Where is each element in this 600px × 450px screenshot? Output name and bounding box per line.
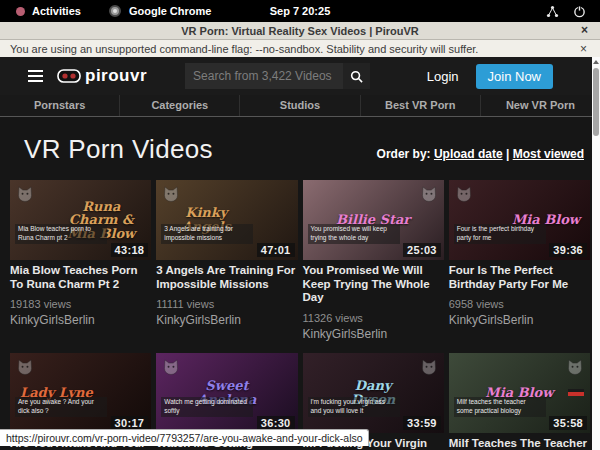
scrollbar-up-arrow-icon[interactable] [593,60,599,64]
video-duration-badge: 25:03 [403,243,441,257]
thumbnail-caption: 3 Angels are training for impossible mis… [161,224,253,244]
main-nav: PornstarsCategoriesStudiosBest VR PornNe… [0,95,600,117]
scrollbar-thumb[interactable] [593,68,599,136]
search-button[interactable] [343,63,370,89]
video-thumbnail[interactable]: Mia Blow Four is the perfect birthday pa… [449,180,590,260]
search-input[interactable] [185,63,343,89]
video-card: Mia Blow Four is the perfect birthday pa… [449,180,590,342]
video-card: Runa Charm & Mia Blow Mia Blow teaches p… [10,180,151,342]
clock[interactable]: Sep 7 20:25 [0,5,600,17]
video-studio-link[interactable]: KinkyGirlsBerlin [449,313,534,327]
login-link[interactable]: Login [427,69,459,84]
order-most-viewed-link[interactable]: Most viewed [513,147,584,161]
video-views: 11111 views [156,298,297,310]
nav-item-categories[interactable]: Categories [119,95,239,116]
hamburger-menu-icon[interactable] [28,70,43,82]
search-box [185,63,370,89]
search-icon [350,70,363,83]
video-card: Mia Blow Milf teaches the teacher some p… [449,353,590,450]
page-head: VR Porn Videos Order by: Upload date | M… [0,117,600,180]
video-title[interactable]: Mia Blow Teaches Porn To Runa Charm Pt 2 [10,264,151,291]
thumbnail-caption: Watch me getting dominated softly [161,397,253,417]
video-title[interactable]: Four Is The Perfect Birthday Party For M… [449,264,590,291]
video-views: 19183 views [10,298,151,310]
site-logo-text: pirouvr [85,66,147,86]
window-title: VR Porn: Virtual Reality Sex Videos | Pi… [181,25,418,37]
vr-headset-logo-icon [57,69,81,83]
video-thumbnail[interactable]: Sweet Analena Watch me getting dominated… [156,353,297,433]
infobar-message: You are using an unsupported command-lin… [10,43,478,55]
thumbnail-caption: I'm fucking your virgin ass and you will… [308,397,400,417]
video-thumbnail[interactable]: Lady Lyne Are you awake ? And your dick … [10,353,151,433]
page-title: VR Porn Videos [24,134,213,165]
video-views: 11326 views [303,312,444,324]
german-flag-icon [568,389,584,400]
order-upload-date-link[interactable]: Upload date [434,147,503,161]
video-thumbnail[interactable]: Dany Dyson I'm fucking your virgin ass a… [303,353,444,433]
video-thumbnail[interactable]: Billie Star You promised we will keep tr… [303,180,444,260]
network-icon[interactable] [546,5,559,18]
nav-item-studios[interactable]: Studios [239,95,359,116]
video-views: 6958 views [449,298,590,310]
thumbnail-caption: You promised we will keep trying the who… [308,224,400,244]
video-title[interactable]: You Promised We Will Keep Trying The Who… [303,264,444,305]
video-thumbnail[interactable]: Mia Blow Milf teaches the teacher some p… [449,353,590,433]
nav-item-new-vr-porn[interactable]: New VR Porn [480,95,600,116]
video-studio-link[interactable]: KinkyGirlsBerlin [10,313,95,327]
window-close-icon[interactable]: × [581,22,588,40]
video-thumbnail[interactable]: Kinky Angels 3 Angels are training for i… [156,180,297,260]
video-duration-badge: 39:36 [549,243,587,257]
video-grid: Runa Charm & Mia Blow Mia Blow teaches p… [10,180,590,450]
site-header: pirouvr Login Join Now [0,57,600,95]
system-top-bar: Activities Google Chrome Sep 7 20:25 [0,0,600,22]
scrollbar[interactable] [592,57,600,450]
thumbnail-caption: Four is the perfect birthday party for m… [454,224,546,244]
chrome-infobar: You are using an unsupported command-lin… [0,40,600,57]
video-duration-badge: 35:58 [549,416,587,430]
thumbnail-caption: Milf teaches the teacher some practical … [454,397,546,417]
power-icon[interactable] [573,5,586,18]
video-studio-link[interactable]: KinkyGirlsBerlin [156,313,241,327]
site-logo[interactable]: pirouvr [57,66,147,86]
nav-item-pornstars[interactable]: Pornstars [0,95,119,116]
join-now-button[interactable]: Join Now [476,64,553,89]
video-duration-badge: 47:01 [257,243,295,257]
status-url-bubble: https://pirouvr.com/vr-porn-video/779325… [0,429,369,446]
video-thumbnail[interactable]: Runa Charm & Mia Blow Mia Blow teaches p… [10,180,151,260]
thumbnail-caption: Are you awake ? And your dick also ? [15,397,107,417]
video-duration-badge: 36:30 [257,416,295,430]
video-duration-badge: 30:17 [111,416,149,430]
nav-item-best-vr-porn[interactable]: Best VR Porn [360,95,480,116]
order-by: Order by: Upload date | Most viewed [377,147,584,161]
video-card: Kinky Angels 3 Angels are training for i… [156,180,297,342]
video-title[interactable]: 3 Angels Are Training For Impossible Mis… [156,264,297,291]
order-by-label: Order by: [377,147,431,161]
video-duration-badge: 33:59 [403,416,441,430]
video-studio-link[interactable]: KinkyGirlsBerlin [303,327,388,341]
video-card: Billie Star You promised we will keep tr… [303,180,444,342]
window-title-bar: VR Porn: Virtual Reality Sex Videos | Pi… [0,22,600,40]
infobar-close-icon[interactable]: × [580,42,587,56]
thumbnail-caption: Mia Blow teaches porn to Runa Charm pt 2 [15,224,107,244]
browser-viewport: pirouvr Login Join Now PornstarsCategori… [0,57,600,450]
video-title[interactable]: Milf Teaches The Teacher Some Practical … [449,437,590,450]
order-separator: | [506,147,509,161]
video-duration-badge: 43:18 [111,243,149,257]
